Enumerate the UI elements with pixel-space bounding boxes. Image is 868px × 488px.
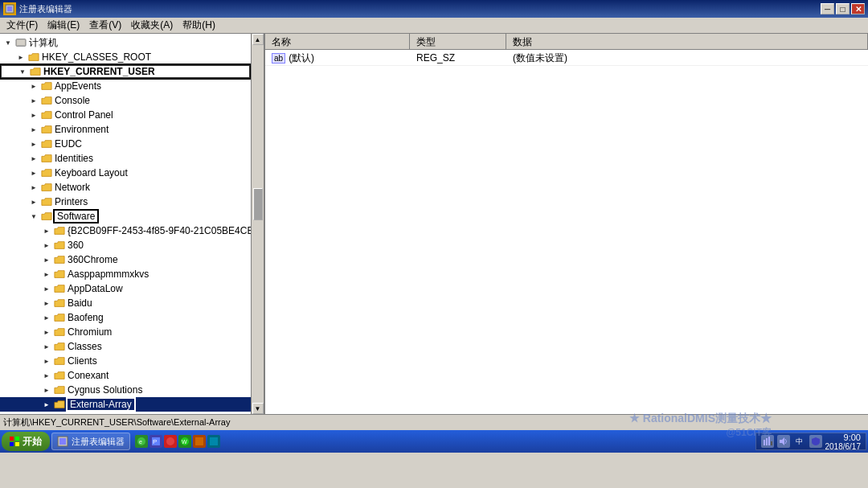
title-bar-controls: ─ □ ✕ [821,3,865,14]
folder-icon-conexant [53,369,66,382]
registry-tree[interactable]: 计算机 HKEY_CLASSES_ROOT HKEY_CURRE [0,34,251,414]
tree-label-external-array: External-Array [66,397,136,412]
tree-item-eudc[interactable]: EUDC [0,137,251,151]
expander-baidu[interactable] [40,297,53,310]
window-title: 注册表编辑器 [19,3,72,15]
tray-clock[interactable]: 9:00 2018/6/17 [825,433,862,451]
tree-item-clients[interactable]: Clients [0,354,251,368]
tree-item-keyboard-layout[interactable]: Keyboard Layout [0,166,251,180]
tree-item-classes-root[interactable]: HKEY_CLASSES_ROOT [0,50,251,64]
expander-baofeng[interactable] [40,311,53,324]
expander-identities[interactable] [27,152,40,165]
expander-current-user[interactable] [16,65,29,78]
expander-network[interactable] [27,181,40,194]
minimize-button[interactable]: ─ [821,3,834,14]
folder-icon-appdatalow [53,282,66,295]
tray-date: 2018/6/17 [825,442,862,451]
taskbar-icon-6[interactable] [207,435,220,448]
tree-item-classes[interactable]: Classes [0,339,251,354]
tree-item-appevents[interactable]: AppEvents [0,79,251,93]
folder-icon-external-array [53,398,66,411]
expander-external-array[interactable] [40,398,53,411]
expander-software[interactable] [27,210,40,223]
expander-classes-root[interactable] [14,51,27,64]
expander-aasppap[interactable] [40,268,53,281]
tree-item-guid[interactable]: {B2CB09FF-2453-4f85-9F40-21C05BE4CBA8} [0,223,251,238]
tree-item-baidu[interactable]: Baidu [0,296,251,310]
scroll-down-button[interactable]: ▼ [252,403,264,414]
folder-icon-360 [53,239,66,252]
expander-classes[interactable] [40,340,53,353]
menu-file[interactable]: 文件(F) [2,18,43,33]
folder-icon-keyboard-layout [40,166,53,179]
tray-icon-ime[interactable]: 中 [793,435,806,448]
tree-root-computer[interactable]: 计算机 [0,35,251,50]
tray-icon-volume[interactable] [777,435,790,448]
expander-console[interactable] [27,94,40,107]
scroll-thumb[interactable] [253,188,263,220]
expander-chromium[interactable] [40,326,53,338]
expander-cygnus[interactable] [40,383,53,396]
expander-conexant[interactable] [40,369,53,382]
tree-item-360[interactable]: 360 [0,238,251,252]
expander-printers[interactable] [27,195,40,208]
tree-item-external-array[interactable]: External-Array [0,397,251,412]
expander-guid[interactable] [40,224,53,237]
close-button[interactable]: ✕ [851,3,865,14]
tree-item-console[interactable]: Console [0,93,251,108]
folder-icon-printers [40,195,53,208]
tree-item-current-user[interactable]: HKEY_CURRENT_USER [0,64,251,79]
menu-edit[interactable]: 编辑(E) [43,18,84,33]
tree-item-identities[interactable]: Identities [0,151,251,166]
maximize-button[interactable]: □ [836,3,850,14]
tree-item-software[interactable]: Software [0,209,251,223]
tray-icon-network[interactable] [761,435,774,448]
taskbar-icon-2[interactable]: P [149,435,162,448]
tree-item-appdatalow[interactable]: AppDataLow [0,281,251,296]
tree-item-chromium[interactable]: Chromium [0,325,251,339]
svg-rect-22 [771,441,772,445]
expander-360chrome[interactable] [40,253,53,266]
expander-clients[interactable] [40,355,53,367]
tree-item-printers[interactable]: Printers [0,195,251,209]
tree-scrollbar[interactable]: ▲ ▼ [251,34,264,414]
taskbar-app-regedit[interactable]: 注册表编辑器 [51,433,130,450]
detail-row-default[interactable]: ab (默认) REG_SZ (数值未设置) [265,50,868,66]
expander-keyboard-layout[interactable] [27,166,40,179]
expander-appevents[interactable] [27,80,40,92]
expander-eudc[interactable] [27,137,40,150]
tray-icon-shield[interactable] [809,435,822,448]
tree-item-conexant[interactable]: Conexant [0,368,251,383]
tree-item-foxit[interactable]: Foxit Software [0,412,251,414]
tree-item-network[interactable]: Network [0,180,251,195]
taskbar-quick-launch: e P W [132,435,223,448]
folder-icon-eudc [40,137,53,150]
col-name: 名称 [265,34,410,50]
expander-control-panel[interactable] [27,109,40,121]
taskbar-icon-4[interactable]: W [178,435,191,448]
taskbar-icon-1[interactable]: e [135,435,148,448]
expander-appdatalow[interactable] [40,282,53,295]
expander-environment[interactable] [27,123,40,136]
expander-computer[interactable] [2,36,14,49]
app-icon [3,2,16,15]
tree-item-aasppap[interactable]: Aasppapmmmxkvs [0,267,251,281]
menu-view[interactable]: 查看(V) [84,18,126,33]
taskbar-icon-5[interactable] [193,435,206,448]
folder-icon-current-user [29,65,42,78]
tree-item-cygnus[interactable]: Cygnus Solutions [0,383,251,397]
menu-favorites[interactable]: 收藏夹(A) [126,18,178,33]
expander-foxit[interactable] [40,412,53,414]
tree-item-control-panel[interactable]: Control Panel [0,108,251,122]
start-button[interactable]: 开始 [2,432,50,451]
menu-help[interactable]: 帮助(H) [178,18,220,33]
main-content: 计算机 HKEY_CLASSES_ROOT HKEY_CURRE [0,34,868,414]
tree-item-360chrome[interactable]: 360Chrome [0,252,251,267]
tree-item-baofeng[interactable]: Baofeng [0,310,251,325]
expander-360[interactable] [40,239,53,252]
menu-bar: 文件(F) 编辑(E) 查看(V) 收藏夹(A) 帮助(H) [0,18,868,34]
scroll-up-button[interactable]: ▲ [252,34,264,45]
tree-item-environment[interactable]: Environment [0,122,251,137]
tree-label-eudc: EUDC [53,138,82,150]
taskbar-icon-3[interactable] [164,435,177,448]
